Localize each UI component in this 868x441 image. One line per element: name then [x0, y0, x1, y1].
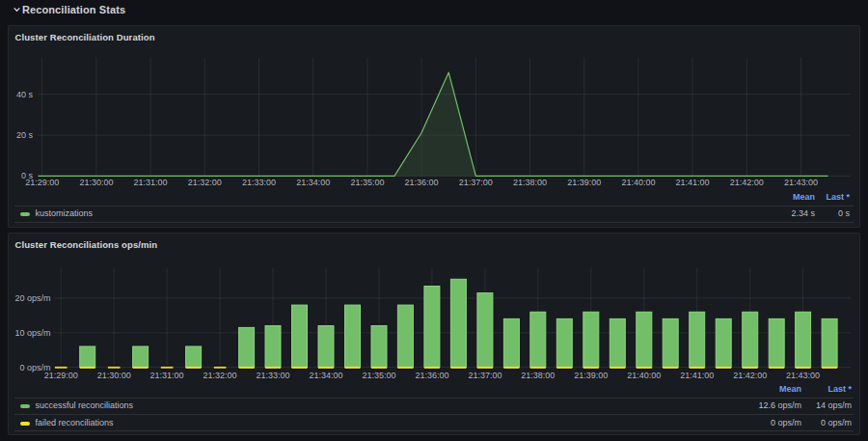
svg-text:21:31:00: 21:31:00: [150, 371, 184, 380]
svg-text:21:38:00: 21:38:00: [513, 178, 547, 187]
svg-text:21:40:00: 21:40:00: [627, 371, 661, 380]
svg-text:21:43:00: 21:43:00: [786, 371, 820, 380]
svg-text:21:30:00: 21:30:00: [97, 371, 131, 380]
svg-text:21:42:00: 21:42:00: [730, 178, 764, 187]
svg-text:10 ops/m: 10 ops/m: [14, 328, 50, 338]
svg-text:21:34:00: 21:34:00: [296, 178, 330, 187]
svg-text:21:39:00: 21:39:00: [574, 371, 608, 380]
svg-text:21:39:00: 21:39:00: [567, 178, 601, 187]
svg-text:21:37:00: 21:37:00: [468, 371, 502, 380]
svg-text:21:32:00: 21:32:00: [203, 371, 237, 380]
svg-text:21:35:00: 21:35:00: [350, 178, 384, 187]
svg-text:21:36:00: 21:36:00: [415, 371, 448, 380]
svg-text:20 s: 20 s: [16, 130, 34, 140]
svg-text:21:42:00: 21:42:00: [733, 371, 767, 380]
svg-text:21:34:00: 21:34:00: [309, 371, 342, 380]
svg-text:20 ops/m: 20 ops/m: [14, 293, 50, 303]
svg-text:21:29:00: 21:29:00: [25, 178, 59, 187]
svg-text:21:40:00: 21:40:00: [621, 178, 655, 187]
svg-text:21:41:00: 21:41:00: [680, 371, 714, 380]
svg-text:21:33:00: 21:33:00: [256, 371, 289, 380]
svg-text:21:30:00: 21:30:00: [79, 178, 113, 187]
svg-text:40 s: 40 s: [16, 90, 34, 99]
svg-text:21:35:00: 21:35:00: [362, 371, 395, 380]
svg-text:21:33:00: 21:33:00: [242, 178, 276, 187]
svg-text:21:31:00: 21:31:00: [134, 178, 168, 187]
svg-text:21:36:00: 21:36:00: [405, 178, 439, 187]
svg-text:21:41:00: 21:41:00: [676, 178, 710, 187]
svg-text:21:32:00: 21:32:00: [188, 178, 222, 187]
svg-text:21:43:00: 21:43:00: [784, 178, 818, 187]
svg-text:21:29:00: 21:29:00: [44, 371, 78, 380]
svg-text:21:37:00: 21:37:00: [459, 178, 493, 187]
svg-text:21:38:00: 21:38:00: [521, 371, 555, 380]
